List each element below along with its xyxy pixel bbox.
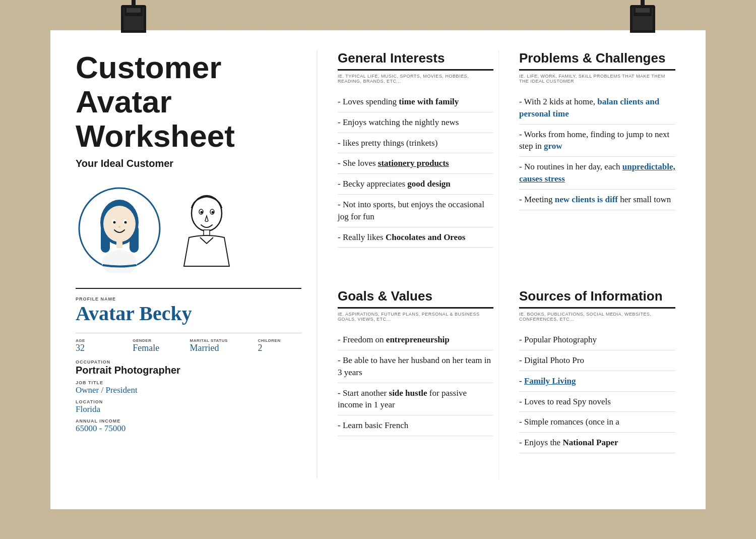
profile-name: Avatar Becky <box>76 302 301 325</box>
svg-point-15 <box>201 211 203 214</box>
svg-point-4 <box>103 206 136 242</box>
sources-subtitle: IE. BOOKS, PUBLICATIONS, SOCIAL MEDIA, W… <box>519 312 675 322</box>
problems-list: With 2 kids at home, balan clients and p… <box>519 92 675 210</box>
list-item: Simple romances (once in a <box>519 412 675 433</box>
list-item: No routines in her day, each unpredictab… <box>519 157 675 190</box>
avatar-illustrations <box>76 185 301 273</box>
list-item: Enjoys watching the nightly news <box>338 112 493 133</box>
profile-section: PROFILE NAME Avatar Becky AGE 32 GENDER … <box>76 288 301 434</box>
list-item: Loves to read Spy novels <box>519 392 675 412</box>
problems-subtitle: IE. LIFE, WORK, FAMILY, SKILL PROBLEMS T… <box>519 74 675 84</box>
goals-subtitle: IE. ASPIRATIONS, FUTURE PLANS, PERSONAL … <box>338 312 493 322</box>
list-item: Not into sports, but enjoys the occasion… <box>338 195 493 227</box>
children-stat: CHILDREN 2 <box>258 338 301 353</box>
svg-point-7 <box>113 221 116 223</box>
marital-stat: MARITAL STATUS Married <box>190 338 256 353</box>
list-item: Meeting new clients is diff her small to… <box>519 190 675 210</box>
income-block: ANNUAL INCOME 65000 - 75000 <box>76 418 301 434</box>
list-item: Digital Photo Pro <box>519 350 675 371</box>
general-interests-subtitle: IE. TYPICAL LIFE, MUSIC, SPORTS, MOVIES,… <box>338 74 493 84</box>
list-item: Popular Photography <box>519 330 675 350</box>
binder-clip-left <box>121 5 146 40</box>
main-title: Customer Avatar Worksheet <box>76 50 301 154</box>
goals-list: Freedom on entrepreneurship Be able to h… <box>338 330 493 436</box>
list-item: likes pretty things (trinkets) <box>338 133 493 154</box>
job-title-block: JOB TITLE Owner / President <box>76 380 301 395</box>
goals-section: Goals & Values IE. ASPIRATIONS, FUTURE P… <box>333 273 499 479</box>
sources-section: Sources of Information IE. BOOKS, PUBLIC… <box>514 273 680 479</box>
general-interests-list: Loves spending time with family Enjoys w… <box>338 92 493 248</box>
list-item: Works from home, finding to jump to next… <box>519 125 675 157</box>
page-subtitle: Your Ideal Customer <box>76 158 301 169</box>
male-avatar <box>174 186 239 271</box>
gender-stat: GENDER Female <box>133 338 187 353</box>
list-item: She loves stationery products <box>338 153 493 174</box>
age-stat: AGE 32 <box>76 338 130 353</box>
left-column: Customer Avatar Worksheet Your Ideal Cus… <box>76 50 318 479</box>
occupation-block: OCCUPATION Portrait Photographer <box>76 360 301 376</box>
svg-point-16 <box>212 211 214 214</box>
female-avatar <box>76 185 164 273</box>
list-item: Freedom on entrepreneurship <box>338 330 493 350</box>
svg-point-8 <box>124 221 127 223</box>
problems-section: Problems & Challenges IE. LIFE, WORK, FA… <box>514 50 680 273</box>
paper-sheet: Customer Avatar Worksheet Your Ideal Cus… <box>50 30 706 509</box>
list-item: Loves spending time with family <box>338 92 493 112</box>
list-item: Becky appreciates good design <box>338 174 493 195</box>
list-item: Enjoys the National Paper <box>519 433 675 453</box>
list-item: Be able to have her husband on her team … <box>338 350 493 383</box>
list-item: Really likes Chocolates and Oreos <box>338 227 493 248</box>
list-item: Family Living <box>519 371 675 392</box>
goals-title: Goals & Values <box>338 288 493 309</box>
svg-point-10 <box>102 250 137 273</box>
list-item: Start another side hustle for passive in… <box>338 383 493 416</box>
list-item: Learn basic French <box>338 415 493 436</box>
general-interests-section: General Interests IE. TYPICAL LIFE, MUSI… <box>333 50 499 273</box>
list-item: With 2 kids at home, balan clients and p… <box>519 92 675 125</box>
general-interests-title: General Interests <box>338 50 493 71</box>
problems-title: Problems & Challenges <box>519 50 675 71</box>
svg-rect-11 <box>116 239 122 248</box>
profile-name-label: PROFILE NAME <box>76 296 301 302</box>
binder-clip-right <box>630 5 655 40</box>
location-block: LOCATION Florida <box>76 399 301 414</box>
svg-point-9 <box>118 226 120 228</box>
stats-row: AGE 32 GENDER Female MARITAL STATUS Marr… <box>76 333 301 353</box>
sources-list: Popular Photography Digital Photo Pro Fa… <box>519 330 675 453</box>
sources-title: Sources of Information <box>519 288 675 309</box>
